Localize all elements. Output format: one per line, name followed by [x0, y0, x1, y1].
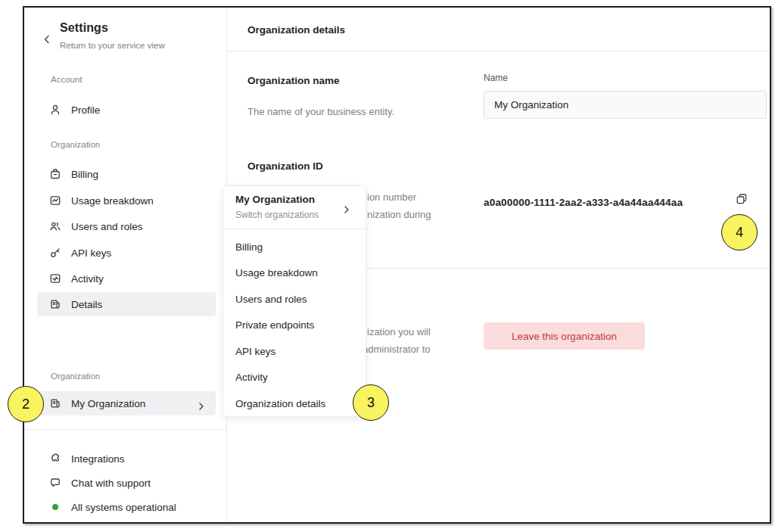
sidebar-item-label: Chat with support: [71, 478, 151, 489]
sidebar-item-profile[interactable]: Profile: [37, 98, 216, 122]
chart-wave-icon: [49, 194, 61, 207]
org-id-title: Organization ID: [247, 160, 323, 172]
dropdown-org-switcher[interactable]: My Organization Switch organizations: [223, 186, 366, 229]
dropdown-org-subtitle: Switch organizations: [235, 210, 319, 220]
sidebar-item-label: Integrations: [71, 453, 125, 465]
org-name-description: The name of your business entity.: [247, 106, 394, 117]
speech-bubble-icon: [49, 477, 61, 489]
puzzle-icon: [49, 453, 61, 465]
chevron-right-icon: [343, 203, 350, 210]
organization-dropdown-menu: My Organization Switch organizations Bil…: [223, 185, 366, 417]
pulse-icon: [49, 272, 61, 285]
menu-item-activity[interactable]: Activity: [223, 365, 366, 391]
bag-icon: [49, 168, 61, 180]
copy-icon[interactable]: [733, 191, 750, 207]
page-title: Organization details: [247, 24, 345, 36]
sidebar-item-api-keys[interactable]: API keys: [37, 241, 216, 265]
status-label: All systems operational: [71, 502, 176, 513]
annotation-badge-3: 3: [353, 384, 389, 421]
menu-item-billing[interactable]: Billing: [223, 234, 366, 260]
person-icon: [49, 104, 61, 116]
sidebar-item-usage-breakdown[interactable]: Usage breakdown: [37, 188, 216, 213]
section-label-organization: Organization: [51, 140, 100, 149]
section-label-account: Account: [51, 75, 82, 84]
name-field-label: Name: [484, 73, 508, 83]
org-name-input[interactable]: [484, 91, 767, 119]
leave-description-fragment-1: ization you will: [367, 326, 431, 338]
menu-item-usage-breakdown[interactable]: Usage breakdown: [223, 260, 366, 287]
org-id-value: a0a00000-1111-2aa2-a333-a4a44aa444aa: [484, 197, 683, 208]
menu-item-private-endpoints[interactable]: Private endpoints: [223, 313, 366, 339]
sidebar-item-my-organization[interactable]: My Organization: [37, 391, 216, 415]
settings-sidebar: Settings Return to your service view Acc…: [24, 8, 227, 522]
sidebar-item-label: My Organization: [71, 398, 145, 409]
sidebar-item-activity[interactable]: Activity: [37, 266, 216, 291]
sidebar-item-label: Billing: [71, 169, 98, 180]
org-id-description-fragment-2: nization during: [367, 209, 431, 220]
sidebar-item-users-and-roles[interactable]: Users and roles: [37, 214, 216, 238]
annotation-badge-4: 4: [721, 214, 758, 250]
org-id-description-fragment-1: ion number: [367, 191, 416, 203]
building-icon: [49, 298, 61, 310]
sidebar-item-label: Details: [71, 299, 102, 310]
header-divider: [227, 51, 770, 51]
sidebar-item-label: API keys: [71, 247, 111, 259]
sidebar-subtitle: Return to your service view: [60, 41, 165, 50]
menu-item-api-keys[interactable]: API keys: [223, 338, 366, 365]
sidebar-item-integrations[interactable]: Integrations: [37, 446, 216, 471]
leave-organization-button[interactable]: Leave this organization: [484, 322, 645, 350]
section-label-organization-2: Organization: [51, 372, 100, 381]
sidebar-item-label: Activity: [71, 273, 104, 285]
chevron-right-icon: [198, 400, 205, 407]
dropdown-org-name: My Organization: [235, 194, 315, 205]
annotation-badge-2: 2: [8, 386, 44, 422]
org-name-title: Organization name: [247, 75, 340, 86]
menu-item-users-and-roles[interactable]: Users and roles: [223, 286, 366, 313]
dropdown-items: Billing Usage breakdown Users and roles …: [223, 234, 366, 417]
leave-description-fragment-2: administrator to: [363, 344, 431, 355]
sidebar-item-details[interactable]: Details: [37, 292, 216, 316]
app-window: Settings Return to your service view Acc…: [23, 6, 771, 524]
sidebar-title: Settings: [60, 21, 108, 35]
green-dot-icon: [49, 501, 61, 513]
sidebar-item-label: Users and roles: [71, 221, 143, 232]
back-chevron-icon[interactable]: [42, 33, 51, 42]
screenshot-stage: Settings Return to your service view Acc…: [0, 0, 775, 532]
sidebar-item-chat-with-support[interactable]: Chat with support: [37, 471, 216, 495]
menu-item-organization-details[interactable]: Organization details: [223, 390, 366, 417]
sidebar-item-system-status[interactable]: All systems operational: [37, 495, 216, 519]
sidebar-divider: [24, 429, 227, 430]
sidebar-item-label: Profile: [71, 104, 100, 116]
sidebar-item-label: Usage breakdown: [71, 195, 154, 207]
key-icon: [49, 247, 61, 259]
sidebar-item-billing[interactable]: Billing: [37, 162, 216, 186]
people-icon: [49, 220, 61, 232]
building-icon: [49, 397, 61, 409]
